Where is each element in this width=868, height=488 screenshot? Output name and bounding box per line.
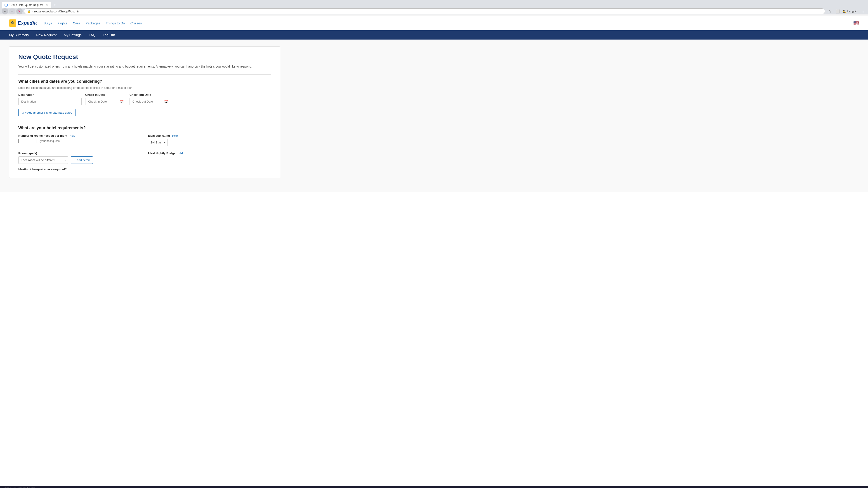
active-tab[interactable]: Group Hotel Quote Request ✕ bbox=[2, 2, 51, 8]
destination-label: Destination bbox=[18, 93, 82, 96]
rooms-hint: (your best guess) bbox=[39, 139, 61, 142]
checkout-input[interactable] bbox=[129, 98, 170, 105]
checkout-field: Check-out Date 📅 bbox=[129, 93, 170, 105]
expedia-logo-icon: ✈ bbox=[9, 20, 16, 27]
nav-packages[interactable]: Packages bbox=[86, 21, 100, 25]
expedia-logo-symbol: ✈ bbox=[11, 21, 14, 26]
rooms-label: Number of rooms needed per night bbox=[18, 134, 67, 137]
nav-flights[interactable]: Flights bbox=[57, 21, 67, 25]
bookmark-button[interactable]: ☆ bbox=[827, 8, 833, 14]
nav-cruises[interactable]: Cruises bbox=[130, 21, 142, 25]
incognito-badge: 🕵 Incognito bbox=[843, 10, 858, 13]
nav-my-settings[interactable]: My Settings bbox=[64, 33, 81, 37]
page-content: ✈ Expedia Stays Flights Cars Packages Th… bbox=[0, 16, 868, 486]
room-type-requirements-row: Room type(s) Each room will be different… bbox=[18, 152, 271, 164]
checkin-label: Check-in Date bbox=[85, 93, 126, 96]
meeting-label-row: Meeting / banquet space required? bbox=[18, 167, 271, 171]
nav-log-out[interactable]: Log Out bbox=[103, 33, 115, 37]
browser-toolbar: ← → ✕ 🔒 groups.expedia.com/Group/Post.ht… bbox=[2, 8, 866, 14]
destination-field: Destination bbox=[18, 93, 82, 105]
us-flag-icon: 🇺🇸 bbox=[853, 20, 859, 26]
star-select[interactable]: 2-4 Star 2 Star 3 Star 4 Star 5 Star bbox=[148, 139, 168, 146]
add-city-label: + Add another city or alternate dates bbox=[25, 111, 72, 114]
rooms-section: Number of rooms needed per night Help (y… bbox=[18, 134, 141, 146]
page-description: You will get customized offers from any … bbox=[18, 64, 271, 69]
checkout-input-wrap: 📅 bbox=[129, 98, 170, 105]
incognito-label: Incognito bbox=[847, 10, 858, 13]
lock-icon: 🔒 bbox=[27, 9, 31, 13]
checkin-input[interactable] bbox=[85, 98, 126, 105]
room-type-controls: Each room will be different + Add detail bbox=[18, 156, 141, 164]
add-city-icon: □ bbox=[22, 111, 24, 114]
status-bar: Waiting for www.expedia.com... bbox=[0, 486, 868, 488]
meeting-label: Meeting / banquet space required? bbox=[18, 168, 67, 171]
form-container: New Quote Request You will get customize… bbox=[9, 46, 280, 178]
main-nav: Stays Flights Cars Packages Things to Do… bbox=[43, 21, 142, 25]
budget-section: Ideal Nightly Budget Help bbox=[148, 152, 271, 164]
expedia-logo-text: Expedia bbox=[18, 20, 37, 26]
room-type-section: Room type(s) Each room will be different… bbox=[18, 152, 271, 164]
add-city-button[interactable]: □ + Add another city or alternate dates bbox=[18, 109, 75, 116]
rooms-input-row: (your best guess) bbox=[18, 139, 141, 143]
nav-faq[interactable]: FAQ bbox=[89, 33, 96, 37]
budget-label-row: Ideal Nightly Budget Help bbox=[148, 152, 271, 155]
rooms-help-link[interactable]: Help bbox=[70, 134, 75, 137]
star-select-wrap: 2-4 Star 2 Star 3 Star 4 Star 5 Star bbox=[148, 139, 168, 146]
nav-cars[interactable]: Cars bbox=[73, 21, 80, 25]
address-bar[interactable]: 🔒 groups.expedia.com/Group/Post.htm bbox=[24, 8, 825, 14]
section1-subtitle: Enter the cities/dates you are consideri… bbox=[18, 86, 271, 90]
nav-new-request[interactable]: New Request bbox=[36, 33, 57, 37]
expedia-logo[interactable]: ✈ Expedia bbox=[9, 20, 37, 27]
checkout-label: Check-out Date bbox=[129, 93, 170, 96]
status-message: Waiting for www.expedia.com... bbox=[3, 487, 37, 488]
url-input[interactable]: groups.expedia.com/Group/Post.htm bbox=[33, 10, 822, 13]
section1-title: What cities and dates are you considerin… bbox=[18, 79, 271, 84]
checkin-field: Check-in Date 📅 bbox=[85, 93, 126, 105]
meeting-section: Meeting / banquet space required? bbox=[18, 167, 271, 171]
add-city-section: □ + Add another city or alternate dates bbox=[18, 109, 271, 116]
reader-view-button[interactable]: ⬜ bbox=[835, 8, 841, 14]
nav-buttons: ← → ✕ bbox=[2, 8, 23, 14]
tab-close-button[interactable]: ✕ bbox=[45, 3, 49, 7]
budget-label: Ideal Nightly Budget bbox=[148, 152, 177, 155]
reload-button[interactable]: ✕ bbox=[16, 8, 23, 14]
rooms-input[interactable] bbox=[18, 139, 36, 143]
browser-actions: ☆ ⬜ 🕵 Incognito ⋮ bbox=[827, 8, 866, 14]
tab-favicon bbox=[4, 3, 8, 6]
destination-row: Destination Check-in Date 📅 Check-out Da… bbox=[18, 93, 271, 105]
nav-my-summary[interactable]: My Summary bbox=[9, 33, 29, 37]
nav-stays[interactable]: Stays bbox=[43, 21, 52, 25]
star-help-link[interactable]: Help bbox=[172, 134, 178, 137]
star-label: Ideal star rating bbox=[148, 134, 170, 137]
top-nav: ✈ Expedia Stays Flights Cars Packages Th… bbox=[0, 16, 868, 30]
incognito-icon: 🕵 bbox=[843, 10, 846, 13]
room-type-left: Room type(s) Each room will be different… bbox=[18, 152, 141, 164]
requirements-row: Number of rooms needed per night Help (y… bbox=[18, 134, 271, 146]
destination-input[interactable] bbox=[18, 98, 82, 105]
star-label-row: Ideal star rating Help bbox=[148, 134, 271, 137]
star-rating-section: Ideal star rating Help 2-4 Star 2 Star 3… bbox=[148, 134, 271, 146]
room-type-select[interactable]: Each room will be different bbox=[18, 156, 68, 164]
nav-things-to-do[interactable]: Things to Do bbox=[106, 21, 125, 25]
room-type-label-row: Room type(s) bbox=[18, 152, 141, 155]
new-tab-button[interactable]: + bbox=[52, 2, 58, 8]
budget-help-link[interactable]: Help bbox=[179, 152, 184, 155]
tab-title: Group Hotel Quote Request bbox=[9, 3, 43, 6]
back-button[interactable]: ← bbox=[2, 8, 8, 14]
rooms-label-row: Number of rooms needed per night Help bbox=[18, 134, 141, 137]
add-detail-button[interactable]: + Add detail bbox=[71, 156, 93, 164]
main-area: New Quote Request You will get customize… bbox=[0, 39, 868, 192]
menu-button[interactable]: ⋮ bbox=[860, 8, 866, 14]
secondary-nav: My Summary New Request My Settings FAQ L… bbox=[0, 30, 868, 39]
browser-chrome: Group Hotel Quote Request ✕ + ← → ✕ 🔒 gr… bbox=[0, 0, 868, 14]
forward-button[interactable]: → bbox=[9, 8, 16, 14]
checkin-input-wrap: 📅 bbox=[85, 98, 126, 105]
section-divider-2 bbox=[18, 121, 271, 121]
room-type-select-wrap: Each room will be different bbox=[18, 156, 68, 164]
tab-bar: Group Hotel Quote Request ✕ + bbox=[2, 2, 866, 8]
page-title: New Quote Request bbox=[18, 53, 271, 61]
room-type-label: Room type(s) bbox=[18, 152, 37, 155]
section2-title: What are your hotel requirements? bbox=[18, 126, 271, 130]
add-detail-label: + Add detail bbox=[74, 158, 90, 162]
